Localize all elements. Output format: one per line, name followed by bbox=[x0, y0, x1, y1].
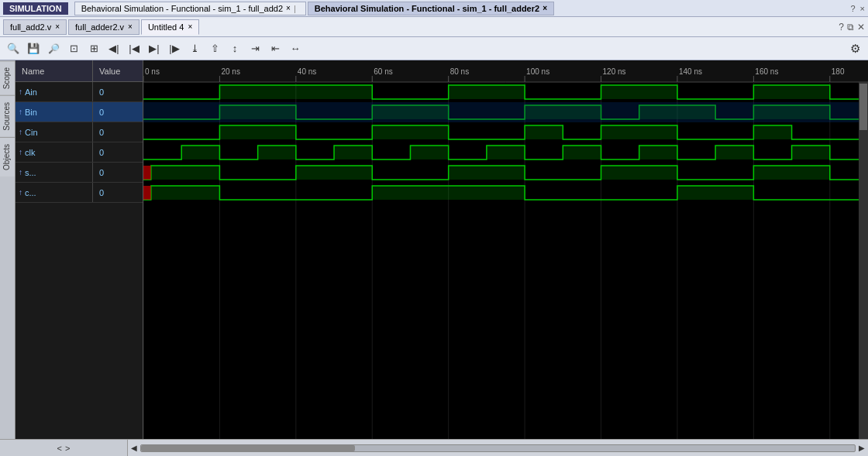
signal-name-1: ↑ Bin bbox=[16, 102, 93, 122]
file-help-btn[interactable]: ? bbox=[839, 22, 844, 33]
nav-next-btn[interactable]: > bbox=[65, 444, 70, 453]
zoom-in-button[interactable]: 🔍 bbox=[5, 40, 22, 57]
signal-row-5[interactable]: ↑ c... 0 bbox=[16, 183, 143, 203]
file-tabs-bar: full_add2.v × full_adder2.v × Untitled 4… bbox=[0, 17, 868, 37]
sim-tab-1-close[interactable]: × bbox=[286, 4, 291, 12]
signal-panel: Name Value ↑ Ain 0 ↑ Bin 0 ↑ Cin 0 bbox=[16, 60, 143, 439]
signal-name-5: ↑ c... bbox=[16, 183, 93, 202]
signal-value-5: 0 bbox=[93, 188, 110, 197]
signal-icon-2: ↑ bbox=[19, 128, 22, 136]
signal-name-3: ↑ clk bbox=[16, 142, 93, 162]
signal-icon-0: ↑ bbox=[19, 87, 22, 96]
signal-name-2: ↑ Cin bbox=[16, 122, 93, 142]
signal-value-1: 0 bbox=[93, 108, 110, 117]
signal-row-4[interactable]: ↑ s... 0 bbox=[16, 163, 143, 183]
nav-marker-button[interactable]: ↔ bbox=[287, 40, 304, 57]
full-view-button[interactable]: ⊞ bbox=[85, 40, 102, 57]
file-tab-1-close[interactable]: × bbox=[128, 22, 133, 31]
signal-row-1[interactable]: ↑ Bin 0 bbox=[16, 102, 143, 122]
signal-value-3: 0 bbox=[93, 148, 110, 157]
signal-value-0: 0 bbox=[93, 87, 110, 97]
file-tab-2-label: Untitled 4 bbox=[148, 22, 184, 32]
settings-button[interactable]: ⚙ bbox=[846, 40, 863, 57]
waveform-canvas bbox=[143, 60, 868, 439]
horizontal-scrollbar-thumb[interactable] bbox=[141, 445, 355, 451]
file-tab-1[interactable]: full_adder2.v × bbox=[68, 19, 140, 35]
scroll-left-arrow[interactable]: ◀ bbox=[131, 444, 137, 452]
remove-marker-button[interactable]: ⇤ bbox=[267, 40, 284, 57]
signal-row-0[interactable]: ↑ Ain 0 bbox=[16, 82, 143, 102]
sim-tab-1-label: Behavioral Simulation - Functional - sim… bbox=[81, 4, 283, 13]
go-next-button[interactable]: |▶ bbox=[166, 40, 183, 57]
signal-value-2: 0 bbox=[93, 128, 110, 137]
cursor-button[interactable]: ↕ bbox=[226, 40, 243, 57]
horizontal-scrollbar-track[interactable] bbox=[140, 444, 856, 452]
go-prev-button[interactable]: ◀| bbox=[105, 40, 122, 57]
file-tab-0-close[interactable]: × bbox=[55, 22, 60, 31]
signal-icon-1: ↑ bbox=[19, 108, 22, 116]
signal-icon-5: ↑ bbox=[19, 188, 22, 197]
sim-tab-2[interactable]: Behavioral Simulation - Functional - sim… bbox=[308, 2, 554, 15]
zoom-out-button[interactable]: 🔎 bbox=[45, 40, 62, 57]
left-panels: Scope Sources Objects bbox=[0, 60, 16, 439]
signal-row-2[interactable]: ↑ Cin 0 bbox=[16, 122, 143, 142]
signal-icon-3: ↑ bbox=[19, 148, 22, 156]
file-tab-2[interactable]: Untitled 4 × bbox=[141, 19, 199, 35]
add-marker-button[interactable]: ⇥ bbox=[246, 40, 264, 57]
title-bar-actions: ? × bbox=[850, 4, 865, 13]
go-start-button[interactable]: |◀ bbox=[126, 40, 143, 57]
sources-panel-tab[interactable]: Sources bbox=[0, 95, 15, 137]
waveform-area[interactable] bbox=[143, 60, 868, 439]
signal-name-4: ↑ s... bbox=[16, 163, 93, 182]
bottom-scrollbar[interactable]: ◀ ▶ bbox=[128, 440, 868, 456]
file-tab-0-label: full_add2.v bbox=[10, 22, 51, 32]
scope-panel-tab[interactable]: Scope bbox=[0, 60, 15, 95]
signal-name-header: Name bbox=[16, 60, 93, 81]
toolbar: 🔍 💾 🔎 ⊡ ⊞ ◀| |◀ ▶| |▶ ⤓ ⇧ ↕ ⇥ ⇤ ↔ ⚙ bbox=[0, 37, 868, 60]
marker-up-button[interactable]: ⇧ bbox=[206, 40, 223, 57]
file-tabs-actions: ? ⧉ ✕ bbox=[839, 22, 865, 33]
save-button[interactable]: 💾 bbox=[25, 40, 42, 57]
nav-prev-btn[interactable]: < bbox=[57, 444, 62, 453]
objects-panel-tab[interactable]: Objects bbox=[0, 137, 15, 177]
file-tab-1-label: full_adder2.v bbox=[75, 22, 124, 32]
go-end-button[interactable]: ▶| bbox=[146, 40, 163, 57]
sim-tab-1[interactable]: Behavioral Simulation - Functional - sim… bbox=[74, 2, 306, 15]
signal-value-header: Value bbox=[93, 67, 126, 76]
sim-tab-2-close[interactable]: × bbox=[542, 4, 547, 12]
signal-row-3[interactable]: ↑ clk 0 bbox=[16, 142, 143, 163]
file-close-btn[interactable]: ✕ bbox=[857, 22, 865, 33]
simulation-label: SIMULATION bbox=[3, 2, 68, 15]
file-tab-0[interactable]: full_add2.v × bbox=[3, 19, 67, 35]
signal-icon-4: ↑ bbox=[19, 168, 22, 177]
signal-name-0: ↑ Ain bbox=[16, 82, 93, 101]
file-tab-2-close[interactable]: × bbox=[188, 22, 192, 31]
snap-button[interactable]: ⤓ bbox=[186, 40, 203, 57]
scroll-right-arrow[interactable]: ▶ bbox=[859, 444, 865, 452]
file-restore-btn[interactable]: ⧉ bbox=[847, 22, 854, 33]
bottom-nav: < > bbox=[0, 440, 128, 456]
bottom-bar: < > ◀ ▶ bbox=[0, 439, 868, 456]
sim-tab-2-label: Behavioral Simulation - Functional - sim… bbox=[315, 4, 539, 13]
signal-value-4: 0 bbox=[93, 168, 110, 177]
title-help-btn[interactable]: ? bbox=[850, 4, 855, 13]
signal-header: Name Value bbox=[16, 60, 143, 82]
title-bar: SIMULATION Behavioral Simulation - Funct… bbox=[0, 0, 868, 17]
title-close-btn[interactable]: × bbox=[860, 4, 865, 13]
zoom-fit-button[interactable]: ⊡ bbox=[65, 40, 82, 57]
main-content: Scope Sources Objects Name Value ↑ Ain 0… bbox=[0, 60, 868, 439]
